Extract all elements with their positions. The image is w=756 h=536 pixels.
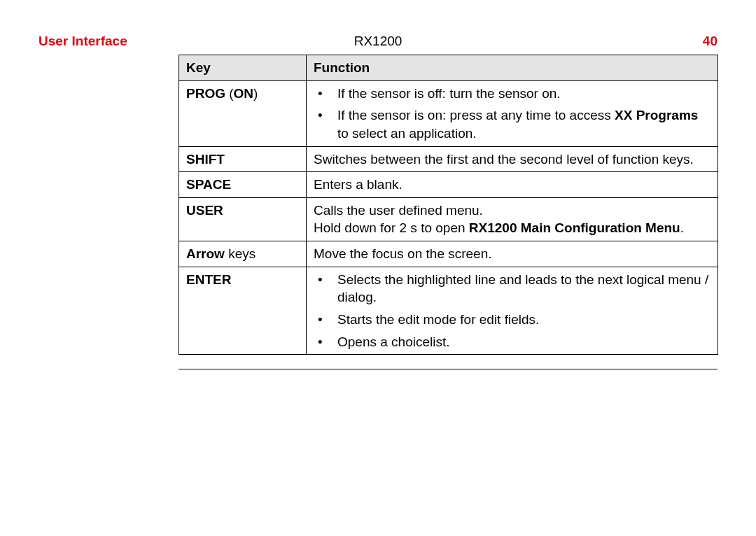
bullet-list: Selects the highlighted line and leads t… [314, 271, 712, 351]
section-divider [178, 369, 718, 369]
bullet-item: Selects the highlighted line and leads t… [314, 271, 712, 306]
bullet-list: If the sensor is off: turn the sensor on… [314, 85, 712, 143]
bullet-item: If the sensor is off: turn the sensor on… [314, 85, 712, 103]
key-function-table-wrap: Key Function PROG (ON) If the sensor is … [178, 55, 718, 355]
table-row: SPACE Enters a blank. [179, 172, 718, 198]
table-row: USER Calls the user defined menu. Hold d… [179, 197, 718, 241]
key-cell-shift: SHIFT [179, 146, 307, 172]
table-row: Arrow keys Move the focus on the screen. [179, 241, 718, 267]
bullet-item: Opens a choicelist. [314, 333, 712, 351]
text: to select an application. [337, 126, 477, 141]
text-bold: RX1200 Main Configuration Menu [469, 220, 680, 235]
page-header: User Interface RX1200 40 [38, 34, 718, 49]
func-cell-enter: Selects the highlighted line and leads t… [307, 267, 718, 355]
key-cell-space: SPACE [179, 172, 307, 198]
key-cell-user: USER [179, 197, 307, 241]
col-header-key: Key [179, 55, 307, 81]
key-on: ON [234, 86, 254, 101]
paren-close: ) [253, 86, 258, 101]
col-header-function: Function [307, 55, 718, 81]
key-text: PROG [186, 86, 229, 101]
text-bold: Arrow [186, 246, 225, 261]
text-bold: Programs [636, 108, 699, 122]
table-row: PROG (ON) If the sensor is off: turn the… [179, 80, 718, 146]
document-page: User Interface RX1200 40 Key Function PR… [0, 0, 756, 369]
key-cell-prog-on: PROG (ON) [179, 80, 307, 146]
table-row: SHIFT Switches between the first and the… [179, 146, 718, 172]
table-header-row: Key Function [179, 55, 718, 81]
bullet-item: Starts the edit mode for edit fields. [314, 311, 712, 329]
table-row: ENTER Selects the highlighted line and l… [179, 267, 718, 355]
text: Calls the user defined menu. [314, 203, 483, 218]
func-cell-user: Calls the user defined menu. Hold down f… [307, 197, 718, 241]
model-name: RX1200 [354, 34, 402, 49]
key-cell-arrow: Arrow keys [179, 241, 307, 267]
text: If the sensor is on: press at any time t… [337, 108, 615, 122]
text: . [680, 220, 684, 235]
key-function-table: Key Function PROG (ON) If the sensor is … [178, 55, 718, 355]
func-cell-prog-on: If the sensor is off: turn the sensor on… [307, 80, 718, 146]
text: Hold down for 2 s to open [314, 220, 469, 235]
bullet-item: If the sensor is on: press at any time t… [314, 106, 712, 142]
page-number: 40 [703, 34, 718, 49]
text: keys [225, 246, 255, 261]
section-title: User Interface [38, 34, 127, 49]
text-bold: XX [615, 108, 632, 122]
key-cell-enter: ENTER [179, 267, 307, 355]
func-cell-shift: Switches between the first and the secon… [307, 146, 718, 172]
func-cell-space: Enters a blank. [307, 172, 718, 198]
func-cell-arrow: Move the focus on the screen. [307, 241, 718, 267]
